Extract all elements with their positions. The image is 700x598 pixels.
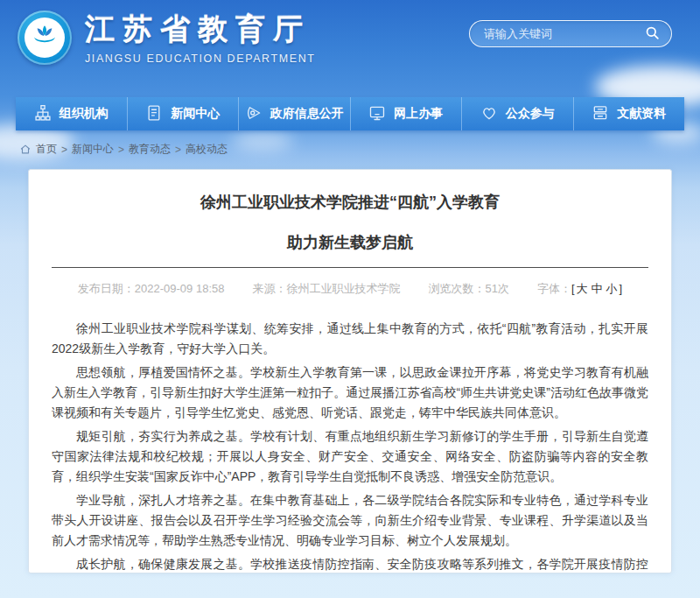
archive-icon: [592, 104, 609, 124]
article-paragraph: 思想领航，厚植爱国情怀之基。学校新生入学教育第一课，以思政金课拉开序幕，将党史学…: [52, 362, 648, 423]
nav-item-gov-info-disclosure[interactable]: 政府信息公开: [239, 97, 351, 130]
article-paragraph: 规矩引航，夯实行为养成之基。学校有计划、有重点地组织新生学习新修订的学生手册，引…: [52, 426, 648, 487]
breadcrumb-separator: >: [175, 144, 181, 156]
article-paragraph: 徐州工业职业技术学院科学谋划、统筹安排，通过线上集中教育的方式，依托“四航”教育…: [52, 319, 648, 359]
nav-label: 公众参与: [506, 106, 555, 122]
nav-label: 政府信息公开: [270, 106, 344, 122]
nav-item-online-services[interactable]: 网上办事: [351, 97, 463, 130]
site-logo[interactable]: [18, 11, 72, 65]
font-size-small-button[interactable]: 小: [605, 282, 620, 295]
article-source: 来源：徐州工业职业技术学院: [252, 281, 400, 297]
breadcrumb-item-education-trends[interactable]: 教育动态: [129, 142, 171, 157]
article-title-line1: 徐州工业职业技术学院推进“四航”入学教育: [52, 170, 648, 222]
article-paragraph: 成长护航，确保健康发展之基。学校推送疫情防控指南、安全防疫攻略等系列推文，各学院…: [52, 554, 648, 573]
article-panel: 徐州工业职业技术学院推进“四航”入学教育 助力新生载梦启航 发布日期：2022-…: [28, 169, 672, 573]
search-button[interactable]: [641, 24, 662, 45]
breadcrumb-item-home[interactable]: 首页: [36, 142, 57, 157]
publish-date: 发布日期：2022-09-09 18:58: [78, 281, 225, 297]
search-box: [469, 20, 672, 47]
nav-label: 网上办事: [394, 106, 443, 122]
org-chart-icon: [34, 104, 52, 124]
breadcrumb-item-news-center[interactable]: 新闻中心: [72, 142, 114, 157]
info-disclosure-icon: [245, 104, 262, 124]
search-input[interactable]: [484, 27, 641, 40]
font-size-label: 字体：: [537, 282, 571, 295]
site-subtitle: JIANGSU EDUCATION DEPARTMENT: [85, 53, 316, 65]
breadcrumb-separator: >: [118, 144, 124, 156]
article-paragraph: 学业导航，深扎人才培养之基。在集中教育基础上，各二级学院结合各院实际和专业特色，…: [52, 490, 648, 551]
site-title-block: 江苏省教育厅 JIANGSU EDUCATION DEPARTMENT: [85, 10, 316, 65]
nav-label: 新闻中心: [171, 106, 220, 122]
search-icon: [644, 25, 661, 44]
nav-item-organization[interactable]: 组织机构: [16, 97, 128, 130]
nav-label: 文献资料: [617, 106, 666, 122]
nav-label: 组织机构: [60, 106, 108, 122]
site-title: 江苏省教育厅: [85, 10, 316, 50]
site-logo-inner: [24, 18, 65, 58]
breadcrumb-separator: >: [61, 144, 67, 156]
nav-item-documents[interactable]: 文献资料: [574, 97, 685, 130]
font-size-medium-button[interactable]: 中: [590, 282, 605, 295]
online-service-monitor-icon: [368, 104, 386, 124]
font-size-large-button[interactable]: 大: [575, 282, 590, 295]
site-header: 江苏省教育厅 JIANGSU EDUCATION DEPARTMENT: [0, 0, 700, 74]
heart-icon: [480, 104, 498, 124]
home-icon: [19, 144, 32, 155]
font-size-control: 字体：[大中小]: [537, 281, 622, 297]
news-doc-icon: [145, 104, 163, 124]
view-count: 浏览次数：51次: [428, 281, 508, 297]
article-body: 徐州工业职业技术学院科学谋划、统筹安排，通过线上集中教育的方式，依托“四航”教育…: [52, 319, 648, 573]
main-nav: 组织机构 新闻中心 政府信息公开 网上办事: [16, 97, 684, 130]
breadcrumb-item-university-trends[interactable]: 高校动态: [186, 142, 228, 157]
jiangsu-education-emblem-icon: [28, 19, 61, 56]
nav-item-public-participation[interactable]: 公众参与: [462, 97, 574, 130]
font-bracket-close: ]: [620, 282, 623, 295]
nav-item-news-center[interactable]: 新闻中心: [128, 97, 240, 130]
breadcrumb: 首页 > 新闻中心 > 教育动态 > 高校动态: [19, 142, 700, 157]
article-meta: 发布日期：2022-09-09 18:58 来源：徐州工业职业技术学院 浏览次数…: [52, 268, 648, 297]
article-title-line2: 助力新生载梦启航: [52, 222, 648, 263]
